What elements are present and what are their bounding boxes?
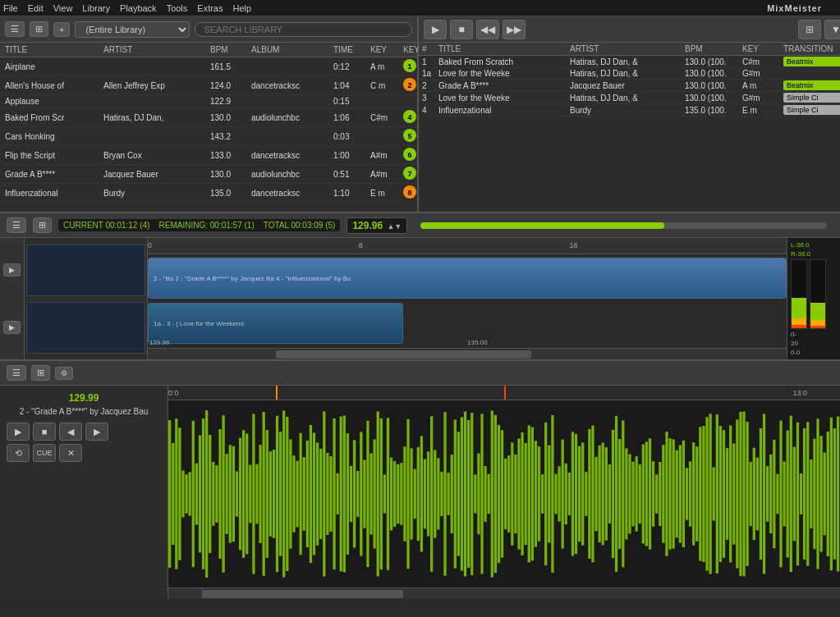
lib-title: Allen's House of [3,80,102,91]
pl-title: Grade A B**** [438,81,570,90]
library-row[interactable]: Flip the Script Bryan Cox 133.0 dancetra… [0,146,417,165]
library-row[interactable]: Allen's House of Allen Jeffrey Exp 124.0… [0,76,417,95]
menu-playback[interactable]: Playback [120,3,157,13]
timeline-zoom-btn[interactable]: ⊞ [33,217,52,233]
timeline-area: ▶ ▶ 0 8 16 [0,238,840,359]
track-1-ctrl[interactable]: ▶ [3,263,21,277]
waveform-hscrollbar[interactable] [168,587,840,599]
svg-rect-57 [356,471,359,517]
waveform-loop-btn[interactable]: ⟲ [7,444,30,462]
grid-view-btn[interactable]: ⊞ [30,21,48,37]
svg-rect-178 [763,414,765,574]
svg-rect-55 [350,466,352,522]
svg-rect-146 [655,474,658,513]
svg-rect-19 [229,445,232,542]
menu-extras[interactable]: Extras [197,3,223,13]
library-row[interactable]: Influenzational Burdy 135.0 dancetracksc… [0,184,417,203]
svg-rect-53 [343,416,346,573]
total-label: TOTAL [264,221,289,230]
menu-library[interactable]: Library [82,3,110,13]
key-badge: 6 [403,148,416,161]
add-track-btn[interactable]: + [53,22,70,37]
menu-tools[interactable]: Tools [167,3,188,13]
library-row[interactable]: Airplane 161.5 0:12 A m 1 [0,57,417,76]
lib-keycode [402,101,417,103]
svg-rect-139 [631,462,634,527]
library-filter-dropdown[interactable]: (Entire Library) [75,21,190,38]
current-count: (4) [140,221,149,230]
pl-num: 2 [422,81,438,90]
menu-file[interactable]: File [3,3,18,13]
library-row[interactable]: Applause 122.9 0:15 [0,95,417,108]
waveform-cue-btn[interactable]: CUE [33,444,56,462]
waveform-list-btn[interactable]: ☰ [7,365,26,381]
svg-rect-103 [511,442,513,545]
svg-rect-113 [544,423,547,565]
timeline-main[interactable]: 0 8 16 2 - "Ba 2 : "Grade A B****" by Ja… [148,238,787,359]
waveform-main-view[interactable]: 0:0 13:0 [168,386,840,599]
playlist-options-btn[interactable]: ⊞ [798,20,821,39]
waveform-zoom-btn[interactable]: ⊞ [31,365,50,381]
svg-rect-16 [218,429,221,559]
current-time-display: CURRENT 00:01:12 (4) REMAINING: 00:01:57… [58,219,340,231]
lib-artist: Bryan Cox [102,150,209,161]
timeline-list-btn[interactable]: ☰ [7,217,26,233]
menu-edit[interactable]: Edit [28,3,44,13]
vu-label-R: R-36.0 [791,250,837,258]
lib-keycode: 4 [402,109,417,126]
waveform-ff-btn[interactable]: ▶ [85,423,108,441]
playlist-menu-btn[interactable]: ▼ [824,20,840,39]
svg-rect-20 [232,446,235,542]
lib-title: Influenzational [3,188,102,199]
lib-album: dancetracksc [250,80,332,91]
pl-artist: Burdy [570,106,685,115]
waveform-canvas [168,400,840,587]
svg-rect-95 [484,466,486,522]
svg-rect-86 [454,419,457,568]
pl-title: Influenzational [438,106,570,115]
waveform-stop-btn[interactable]: ■ [33,423,56,441]
waveform-scroll-thumb[interactable] [202,590,403,598]
library-row[interactable]: Cars Honking 143.2 0:03 5 [0,127,417,146]
track-bottom-label: 1a - 3 - | Love for the Weekend [154,320,244,327]
svg-rect-27 [255,464,258,524]
waveform-delete-btn[interactable]: ✕ [59,444,82,462]
svg-rect-152 [676,450,678,538]
menu-help[interactable]: Help [233,3,252,13]
transition-badge: Simple Ci ▼ [783,93,840,103]
svg-rect-28 [259,445,261,543]
lib-title: Grade A B**** [3,169,102,180]
svg-rect-73 [410,448,412,539]
playlist-row[interactable]: 1a Love for the Weeke Hatiras, DJ Dan, &… [419,68,840,80]
playlist-row[interactable]: 1 Baked From Scratch Hatiras, DJ Dan, & … [419,56,840,68]
svg-rect-56 [353,440,356,547]
lib-album [250,101,332,103]
svg-rect-80 [434,450,436,537]
playlist-next-btn[interactable]: ▶▶ [503,20,526,39]
svg-rect-160 [702,426,705,562]
waveform-extra-btn[interactable]: ⚙ [55,367,73,380]
playlist-row[interactable]: 3 Love for the Weeke Hatiras, DJ Dan, & … [419,92,840,104]
library-row[interactable]: Baked From Scr Hatiras, DJ Dan, 130.0 au… [0,108,417,127]
waveform-controls-panel: 129.99 2 - "Grade A B****" by Jacquez Ba… [0,386,168,599]
col-time: TIME [332,44,369,55]
waveform-rewind-btn[interactable]: ◀ [59,423,82,441]
svg-rect-43 [310,425,312,563]
playlist-stop-btn[interactable]: ■ [450,20,473,39]
svg-rect-173 [746,422,748,566]
pcol-artist: ARTIST [570,44,685,53]
menu-view[interactable]: View [53,3,73,13]
timeline-ruler: 0 8 16 [148,238,787,254]
track-2-ctrl[interactable]: ▶ [3,321,21,334]
waveform-play-btn[interactable]: ▶ [7,423,30,441]
waveform-ruler: 0:0 13:0 [168,386,840,400]
playlist-row[interactable]: 4 Influenzational Burdy 135.0 (100. E m … [419,104,840,117]
search-input[interactable] [195,22,412,37]
playlist-row[interactable]: 2 Grade A B**** Jacquez Bauer 130.0 (100… [419,80,840,92]
list-view-btn[interactable]: ☰ [5,21,25,37]
playlist-prev-btn[interactable]: ◀◀ [476,20,499,39]
library-row[interactable]: Grade A B**** Jacquez Bauer 130.0 audiol… [0,165,417,184]
playlist-play-btn[interactable]: ▶ [424,20,447,39]
timeline-hscrollbar[interactable] [148,348,787,359]
svg-rect-154 [682,441,685,547]
